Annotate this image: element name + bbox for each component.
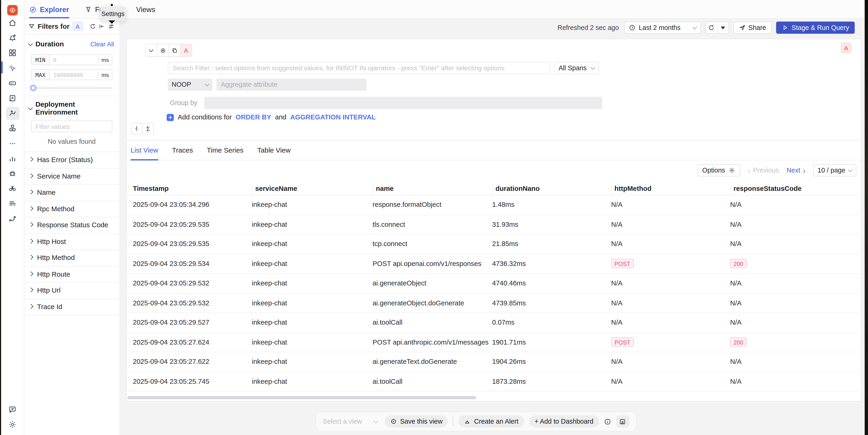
table-row[interactable]: 2025-09-04 23:05:27.622inkeep-chatai.gen… (127, 352, 860, 372)
info-button[interactable] (604, 418, 611, 425)
page-size-select[interactable]: 10 / page (813, 164, 857, 176)
column-header[interactable]: name (372, 184, 492, 193)
duration-slider[interactable] (30, 87, 112, 89)
refresh-button[interactable] (706, 22, 717, 33)
previous-page-button[interactable]: ‹Previous (748, 166, 779, 175)
time-range-select[interactable]: Last 2 months (624, 22, 701, 34)
table-row[interactable]: 2025-09-04 23:05:29.535inkeep-chattcp.co… (127, 234, 860, 254)
sidebar-item-settings[interactable] (6, 418, 19, 431)
view-tab-list-view[interactable]: List View (131, 146, 158, 161)
export-image-button[interactable] (616, 415, 629, 427)
group-by-input[interactable] (204, 97, 602, 109)
cell-timestamp: 2025-09-04 23:05:25.745 (133, 377, 252, 385)
sidebar-item-explore[interactable] (6, 182, 19, 195)
plus-icon[interactable]: + (167, 113, 174, 121)
filter-section[interactable]: Trace Id (24, 298, 120, 315)
create-alert-button[interactable]: Create an Alert (459, 415, 524, 427)
next-page-button[interactable]: Next› (786, 166, 805, 175)
table-row[interactable]: 2025-09-04 23:05:27.624inkeep-chatPOST a… (127, 333, 860, 353)
chevron-down-icon[interactable] (28, 41, 33, 46)
sidebar-item-pipelines[interactable] (6, 197, 19, 210)
save-view-button[interactable]: Save this view (384, 415, 448, 427)
filter-section[interactable]: Service Name (24, 168, 120, 184)
table-row[interactable]: 2025-09-04 23:05:29.534inkeep-chatPOST a… (127, 254, 860, 274)
view-tab-traces[interactable]: Traces (172, 146, 193, 161)
table-row[interactable]: 2025-09-04 23:05:29.532inkeep-chatai.gen… (127, 274, 860, 294)
filter-section[interactable]: Has Error (Status) (24, 152, 120, 168)
filter-section[interactable]: Http Url (24, 282, 120, 298)
options-button[interactable]: Options (697, 164, 740, 176)
filter-section[interactable]: Http Route (24, 266, 120, 282)
stage-run-query-button[interactable]: Stage & Run Query (776, 22, 855, 34)
search-filter-input[interactable]: Search Filter : select options from sugg… (168, 62, 550, 74)
sidebar-item-traces[interactable] (6, 107, 19, 120)
order-by-link[interactable]: ORDER BY (236, 113, 271, 121)
table-row[interactable]: 2025-09-04 23:05:29.527inkeep-chatai.too… (127, 313, 860, 333)
filter-section[interactable]: Response Status Code (24, 217, 120, 233)
aggregation-interval-link[interactable]: AGGREGATION INTERVAL (290, 113, 375, 121)
aggregate-attribute-input[interactable]: Aggregate attribute (217, 78, 367, 91)
column-header[interactable]: responseStatusCode (730, 184, 860, 193)
sidebar-item-alerts[interactable] (6, 31, 19, 44)
sidebar-item-home[interactable] (6, 16, 19, 30)
sidebar-item-dashboards[interactable] (6, 46, 19, 60)
table-row[interactable]: 2025-09-04 23:05:34.296inkeep-chatrespon… (127, 195, 860, 215)
collapse-panel-button[interactable] (99, 23, 105, 29)
filter-section[interactable]: Name (24, 184, 120, 200)
sidebar-item-more[interactable] (6, 137, 19, 150)
options-label: Options (702, 166, 725, 174)
view-tab-table-view[interactable]: Table View (257, 146, 291, 161)
flow-route-icon (8, 214, 17, 223)
query-letter-badge[interactable]: A (181, 44, 192, 56)
table-row[interactable]: 2025-09-04 23:05:29.535inkeep-chattls.co… (127, 215, 860, 235)
view-tab-time-series[interactable]: Time Series (207, 146, 244, 161)
filter-section[interactable]: Http Host (24, 233, 120, 249)
chevron-down-icon[interactable] (28, 105, 33, 110)
query-builder-mode-button[interactable] (132, 123, 142, 134)
table-row[interactable]: 2025-09-04 23:05:29.532inkeep-chatai.gen… (127, 293, 860, 313)
clear-all-link[interactable]: Clear All (90, 41, 114, 48)
cell-http-method: N/A (611, 377, 730, 385)
tab-explorer[interactable]: Explorer (29, 0, 69, 18)
horizontal-scrollbar[interactable] (127, 396, 476, 399)
formula-mode-button[interactable]: Σ (142, 123, 153, 134)
select-view-dropdown[interactable]: Select a view (323, 417, 380, 425)
table-row[interactable]: 2025-09-04 23:05:25.745inkeep-chatai.too… (127, 372, 860, 392)
duration-max-input[interactable]: MAX 100000000 ms (31, 69, 113, 80)
query-result-badge-a[interactable]: A (841, 43, 851, 53)
sidebar-item-metrics[interactable] (6, 152, 19, 165)
sidebar-item-exceptions[interactable] (6, 167, 19, 180)
duration-min-input[interactable]: MIN 0 ms (31, 54, 113, 65)
screen-edge-right (865, 0, 868, 435)
aggregation-operator-select[interactable]: NOOP (168, 78, 213, 91)
column-header[interactable]: durationNano (492, 184, 611, 193)
alert-bell-icon (464, 418, 471, 425)
deployment-env-filter-input[interactable]: Filter values (31, 121, 113, 132)
sync-filters-button[interactable] (89, 23, 96, 29)
add-to-dashboard-button[interactable]: + Add to Dashboard (529, 415, 599, 427)
signoz-logo[interactable] (7, 5, 18, 15)
column-header[interactable]: serviceName (252, 184, 372, 193)
sidebar-item-support[interactable] (6, 403, 19, 416)
column-header[interactable]: Timestamp (133, 184, 252, 193)
sidebar-item-logs[interactable] (6, 92, 19, 105)
share-button[interactable]: Share (734, 22, 772, 34)
sidebar-item-infrastructure[interactable] (6, 76, 19, 90)
span-scope-select[interactable]: All Spans (554, 62, 599, 74)
tab-views[interactable]: Views (136, 0, 155, 18)
filter-section[interactable]: Http Method (24, 249, 120, 266)
sidebar-item-quick-filters[interactable] (6, 62, 19, 75)
duplicate-query-button[interactable] (169, 44, 180, 56)
cell-service-name: inkeep-chat (252, 240, 372, 248)
filter-section[interactable]: Rpc Method (24, 201, 120, 217)
nav-sidebar (1, 0, 24, 435)
slider-handle[interactable] (30, 85, 37, 91)
refresh-options-button[interactable] (717, 22, 728, 33)
sidebar-item-integrations[interactable] (6, 212, 19, 225)
sidebar-item-services[interactable] (6, 122, 19, 135)
query-badge-a[interactable]: A (72, 22, 83, 31)
collapse-query-button[interactable] (146, 44, 157, 56)
column-header[interactable]: httpMethod (611, 184, 730, 193)
toggle-query-visibility-button[interactable] (157, 44, 169, 56)
filter-settings-button[interactable] (108, 23, 114, 29)
